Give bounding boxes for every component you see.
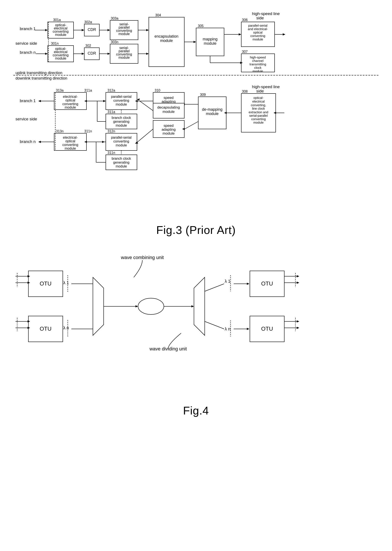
svg-text:module: module xyxy=(160,38,173,43)
svg-text:extraction and: extraction and xyxy=(249,111,268,114)
svg-text:module: module xyxy=(115,103,127,106)
svg-text:converting: converting xyxy=(251,117,266,121)
svg-marker-112 xyxy=(182,103,185,105)
svg-text:wave combining unit: wave combining unit xyxy=(121,255,164,260)
svg-line-145 xyxy=(138,129,153,142)
svg-rect-131 xyxy=(106,114,137,129)
svg-text:module: module xyxy=(252,37,263,41)
svg-text:optical: optical xyxy=(253,30,262,34)
svg-text:encapsulation: encapsulation xyxy=(154,34,178,38)
svg-text:converting: converting xyxy=(113,139,129,143)
svg-rect-3 xyxy=(48,22,74,38)
svg-text:311a: 311a xyxy=(107,110,115,114)
svg-line-210 xyxy=(205,321,224,329)
svg-text:speed: speed xyxy=(163,124,173,128)
svg-text:service side: service side xyxy=(15,41,37,46)
svg-rect-156 xyxy=(54,92,86,110)
svg-text:313a: 313a xyxy=(56,89,64,92)
svg-text:decapsulating: decapsulating xyxy=(157,105,180,109)
svg-text:303a: 303a xyxy=(111,17,119,20)
svg-text:OTU: OTU xyxy=(261,280,273,287)
svg-marker-39 xyxy=(107,53,110,55)
svg-rect-124 xyxy=(106,92,137,110)
svg-text:306: 306 xyxy=(242,18,248,22)
svg-rect-27 xyxy=(48,46,74,62)
svg-text:side: side xyxy=(256,16,264,20)
svg-text:optical-: optical- xyxy=(55,23,66,27)
svg-rect-72 xyxy=(241,54,275,72)
svg-text:high-speed line: high-speed line xyxy=(252,84,280,89)
fig3-diagram: branch 1 optical- electrical converting … xyxy=(13,9,379,219)
svg-text:parallel-serial: parallel-serial xyxy=(111,95,131,98)
svg-text:module: module xyxy=(118,32,130,36)
svg-text:line clock: line clock xyxy=(252,107,265,110)
page: branch 1 optical- electrical converting … xyxy=(0,0,392,551)
svg-marker-54 xyxy=(194,41,196,43)
svg-text:converting: converting xyxy=(62,102,78,106)
svg-text:branch n: branch n xyxy=(20,139,36,144)
svg-text:channel: channel xyxy=(252,59,263,63)
svg-rect-55 xyxy=(196,28,224,56)
svg-text:serial-: serial- xyxy=(119,22,129,26)
svg-text:module: module xyxy=(55,33,66,36)
svg-text:module: module xyxy=(64,105,76,109)
svg-marker-2 xyxy=(45,29,48,31)
svg-point-205 xyxy=(138,298,164,314)
svg-text:electrical-: electrical- xyxy=(63,136,77,139)
svg-marker-123 xyxy=(137,98,140,101)
svg-text:downlink transmitting directio: downlink transmitting direction xyxy=(15,76,67,80)
svg-text:speed: speed xyxy=(163,96,173,100)
svg-rect-147 xyxy=(106,155,137,170)
svg-marker-222 xyxy=(297,282,299,284)
svg-text:electrical: electrical xyxy=(54,27,67,30)
svg-text:branch n: branch n xyxy=(20,50,36,55)
svg-marker-229 xyxy=(297,320,299,322)
svg-marker-118 xyxy=(182,128,185,130)
svg-text:311a: 311a xyxy=(84,89,92,92)
svg-text:electrical: electrical xyxy=(54,50,67,54)
svg-text:generating: generating xyxy=(113,120,129,123)
svg-rect-106 xyxy=(153,92,184,110)
svg-text:CDR: CDR xyxy=(88,28,96,32)
svg-marker-155 xyxy=(102,141,105,143)
svg-text:branch 1: branch 1 xyxy=(20,27,36,31)
svg-rect-88 xyxy=(241,93,276,132)
svg-marker-81 xyxy=(240,62,243,64)
svg-text:305: 305 xyxy=(198,24,204,28)
svg-marker-174 xyxy=(84,141,87,143)
svg-text:module: module xyxy=(55,56,66,60)
svg-text:312a: 312a xyxy=(107,89,115,92)
svg-text:branch clock: branch clock xyxy=(112,157,131,160)
fig4-diagram: wave combining unit OTU λ 1 OTU xyxy=(13,249,379,400)
svg-marker-47 xyxy=(146,53,149,55)
fig4-title: Fig.4 xyxy=(13,404,379,417)
svg-text:311n: 311n xyxy=(107,151,115,154)
svg-marker-207 xyxy=(191,305,194,307)
svg-text:mapping: mapping xyxy=(203,37,217,41)
svg-text:module: module xyxy=(115,164,127,168)
svg-text:module: module xyxy=(64,146,76,150)
svg-text:312n: 312n xyxy=(107,129,115,133)
svg-marker-62 xyxy=(239,33,241,35)
svg-text:optical: optical xyxy=(65,98,75,102)
svg-marker-105 xyxy=(224,112,227,114)
svg-text:module: module xyxy=(118,56,130,59)
svg-text:module: module xyxy=(252,69,263,73)
svg-marker-99 xyxy=(273,112,276,114)
svg-text:electrical-: electrical- xyxy=(63,95,77,98)
svg-marker-10 xyxy=(82,29,84,31)
svg-rect-167 xyxy=(54,133,86,151)
svg-text:branch 1: branch 1 xyxy=(20,98,36,103)
svg-rect-113 xyxy=(153,120,184,138)
svg-text:side: side xyxy=(256,89,264,93)
svg-text:converting: converting xyxy=(53,30,69,33)
svg-text:λ 1: λ 1 xyxy=(225,279,231,284)
svg-rect-63 xyxy=(241,22,275,47)
svg-marker-204 xyxy=(135,305,138,307)
svg-text:uplink transmitting direction: uplink transmitting direction xyxy=(15,71,62,75)
svg-text:branch clock: branch clock xyxy=(112,116,131,119)
svg-text:electrical: electrical xyxy=(252,100,265,103)
svg-marker-15 xyxy=(107,29,110,31)
svg-text:module: module xyxy=(162,131,175,135)
svg-text:λ 1: λ 1 xyxy=(63,280,69,285)
